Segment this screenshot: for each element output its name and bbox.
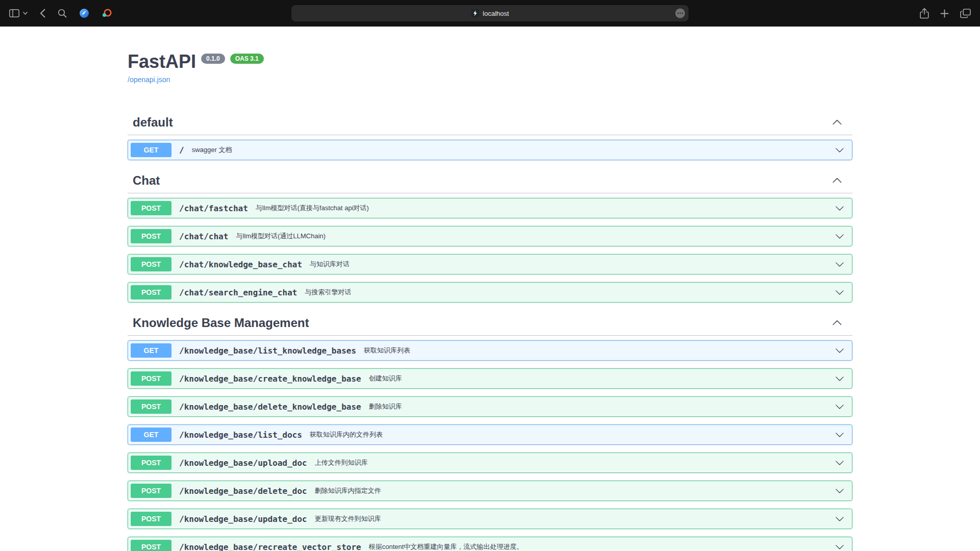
chevron-down-icon[interactable] [835,486,844,495]
operation-description: 删除知识库内指定文件 [314,486,381,495]
operation-path: /chat/knowledge_base_chat [177,260,305,269]
method-badge: POST [131,512,172,526]
oas-badge: OAS 3.1 [230,54,264,64]
method-badge: POST [131,371,172,386]
record-indicator-icon [102,8,112,18]
method-badge: GET [131,428,172,442]
chevron-down-icon [23,12,28,15]
operation-path: /knowledge_base/recreate_vector_store [177,542,363,551]
page-settings-icon[interactable]: ⋯ [675,9,685,18]
api-section: default GET / swagger 文档 [128,110,852,160]
back-button[interactable] [40,9,45,18]
sidebar-toggle-button[interactable] [9,9,19,17]
openapi-spec-link[interactable]: /openapi.json [128,76,170,84]
section-header[interactable]: default [128,110,852,135]
operation-path: /knowledge_base/update_doc [177,514,309,524]
chrome-left-controls [9,8,112,18]
chevron-down-icon[interactable] [835,430,844,439]
operation-path: /knowledge_base/create_knowledge_base [177,374,363,384]
section-operations: GET / swagger 文档 [128,140,852,160]
api-title: FastAPI 0.1.0 OAS 3.1 [128,51,852,72]
chevron-down-icon[interactable] [835,514,844,523]
operation-description: swagger 文档 [192,145,232,155]
section-title: Chat [133,173,160,188]
chevron-down-icon[interactable] [835,542,844,551]
operation-row[interactable]: POST /knowledge_base/create_knowledge_ba… [128,368,852,389]
chevron-down-icon[interactable] [835,346,844,355]
chevron-down-icon[interactable] [835,260,844,269]
operation-row[interactable]: POST /knowledge_base/upload_doc 上传文件到知识库 [128,453,852,473]
chevron-down-icon[interactable] [835,145,844,155]
operation-row[interactable]: POST /chat/fastchat 与llm模型对话(直接与fastchat… [128,198,852,218]
operation-path: / [177,145,187,155]
operation-description: 与知识库对话 [310,260,350,269]
operation-description: 获取知识库内的文件列表 [310,430,383,439]
chevron-up-icon[interactable] [832,117,842,128]
record-indicator-button[interactable] [102,8,112,18]
operation-path: /knowledge_base/delete_knowledge_base [177,402,363,412]
back-chevron-icon [40,9,45,18]
method-badge: POST [131,540,172,551]
search-button[interactable] [58,9,67,18]
operation-path: /knowledge_base/list_docs [177,430,305,440]
operation-description: 与llm模型对话(通过LLMChain) [236,232,326,241]
operation-path: /knowledge_base/upload_doc [177,458,309,468]
operation-description: 更新现有文件到知识库 [314,514,381,523]
method-badge: POST [131,229,172,243]
operation-description: 与llm模型对话(直接与fastchat api对话) [256,204,369,213]
chevron-down-icon[interactable] [835,204,844,213]
operation-row[interactable]: GET /knowledge_base/list_knowledge_bases… [128,340,852,361]
share-icon [920,8,929,19]
operation-path: /chat/chat [177,232,231,241]
swagger-page: FastAPI 0.1.0 OAS 3.1 /openapi.json defa… [0,27,980,551]
operation-description: 与搜索引擎对话 [305,288,351,297]
method-badge: GET [131,143,172,157]
operation-row[interactable]: POST /knowledge_base/update_doc 更新现有文件到知… [128,509,852,529]
chevron-down-icon[interactable] [835,402,844,411]
share-button[interactable] [920,8,929,19]
tabs-icon [960,9,971,18]
search-icon [58,9,67,18]
operation-row[interactable]: POST /knowledge_base/delete_knowledge_ba… [128,396,852,417]
chevron-down-icon[interactable] [835,288,844,297]
chrome-right-controls [920,8,971,19]
section-header[interactable]: Knowledge Base Management [128,310,852,336]
plus-icon [940,9,949,18]
section-title: Knowledge Base Management [133,315,309,330]
blue-app-button[interactable] [79,8,89,18]
method-badge: POST [131,285,172,299]
operations-container: default GET / swagger 文档 Chat POST /chat… [128,110,852,551]
browser-chrome: localhost ⋯ [0,0,980,27]
chevron-up-icon[interactable] [832,176,842,186]
chevron-down-icon[interactable] [835,374,844,383]
address-bar[interactable]: localhost ⋯ [291,5,689,21]
chevron-down-icon[interactable] [835,458,844,467]
method-badge: POST [131,484,172,498]
blue-app-icon [79,8,89,18]
tab-overview-button[interactable] [960,9,971,18]
method-badge: POST [131,201,172,215]
api-section: Knowledge Base Management GET /knowledge… [128,310,852,551]
method-badge: POST [131,257,172,271]
operation-path: /chat/search_engine_chat [177,288,300,297]
operation-row[interactable]: POST /chat/knowledge_base_chat 与知识库对话 [128,254,852,274]
operation-description: 删除知识库 [369,402,402,411]
operation-row[interactable]: POST /knowledge_base/delete_doc 删除知识库内指定… [128,481,852,501]
chevron-up-icon[interactable] [832,318,842,328]
new-tab-button[interactable] [940,9,949,18]
operation-path: /chat/fastchat [177,204,251,213]
operation-row[interactable]: POST /chat/search_engine_chat 与搜索引擎对话 [128,282,852,303]
method-badge: POST [131,399,172,414]
operation-row[interactable]: GET / swagger 文档 [128,140,852,160]
operation-description: 创建知识库 [369,374,402,383]
operation-row[interactable]: GET /knowledge_base/list_docs 获取知识库内的文件列… [128,424,852,445]
section-header[interactable]: Chat [128,168,852,193]
operation-description: 根据content中文档重建向量库，流式输出处理进度。 [369,542,523,551]
sidebar-menu-chevron[interactable] [23,12,28,15]
operation-description: 上传文件到知识库 [314,458,368,467]
api-info: FastAPI 0.1.0 OAS 3.1 /openapi.json [128,51,852,84]
operation-row[interactable]: POST /knowledge_base/recreate_vector_sto… [128,537,852,551]
chevron-down-icon[interactable] [835,232,844,241]
section-title: default [133,115,173,130]
operation-row[interactable]: POST /chat/chat 与llm模型对话(通过LLMChain) [128,226,852,246]
